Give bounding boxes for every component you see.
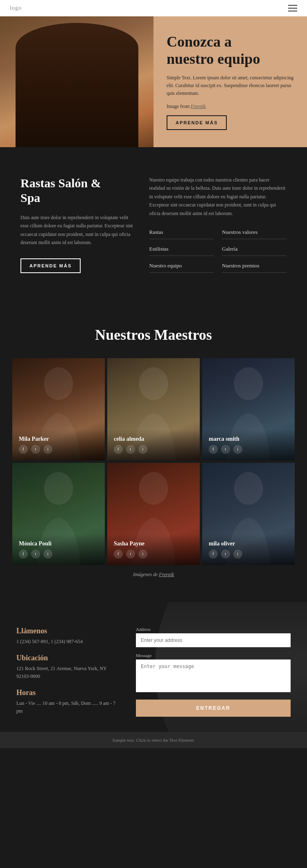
salon-learn-more-button[interactable]: APRENDE MÁS — [20, 258, 81, 273]
twitter-icon[interactable]: t — [126, 445, 135, 454]
message-label: Message — [136, 653, 291, 658]
facebook-icon[interactable]: f — [114, 550, 123, 558]
salon-link-premios[interactable]: Nuestros premios — [222, 262, 287, 273]
footer-text: Sample text. Click to select the Text El… — [113, 738, 195, 742]
maestro-card[interactable]: marca smithfti — [202, 358, 295, 460]
maestro-card[interactable]: celia almedafti — [107, 358, 200, 460]
maestro-name: Sasha Payne — [114, 541, 193, 547]
instagram-icon[interactable]: i — [138, 550, 147, 558]
salon-description-left: Duis aute irure dolor in reprehenderit i… — [20, 213, 133, 247]
facebook-icon[interactable]: f — [209, 550, 218, 558]
salon-link-galeria[interactable]: Galería — [222, 246, 287, 256]
maestros-grid: Mila Parkerfti celia almedafti marca smi… — [12, 358, 295, 565]
hamburger-menu[interactable] — [288, 5, 297, 11]
contact-section: Llámenos 1 (234) 567-891, 1 (234) 987-65… — [0, 602, 307, 732]
hero-image-credit: Image from Freepik — [167, 103, 294, 110]
facebook-icon[interactable]: f — [114, 445, 123, 454]
twitter-icon[interactable]: t — [221, 550, 230, 558]
maestro-name: mila oliver — [209, 541, 288, 547]
facebook-icon[interactable]: f — [209, 445, 218, 454]
hamburger-line-3 — [288, 11, 297, 11]
address-label: Address — [136, 627, 291, 632]
logo: logo — [10, 5, 22, 11]
maestro-card[interactable]: mila oliverfti — [202, 463, 295, 565]
maestros-section: Nuestros Maestros Mila Parkerfti celia a… — [0, 302, 307, 602]
twitter-icon[interactable]: t — [221, 445, 230, 454]
contact-form: Address Message ENTREGAR — [136, 627, 291, 717]
salon-link-equipo[interactable]: Nuestro equipo — [149, 262, 214, 273]
svg-point-3 — [44, 472, 73, 505]
salon-link-estilistas[interactable]: Estilistas — [149, 246, 214, 256]
salon-link-rastas[interactable]: Rastas — [149, 229, 214, 239]
svg-point-4 — [139, 472, 168, 505]
svg-point-1 — [139, 367, 168, 400]
maestro-card[interactable]: Mónica Poulifti — [12, 463, 105, 565]
hamburger-line-2 — [288, 8, 297, 9]
contact-inner: Llámenos 1 (234) 567-891, 1 (234) 987-65… — [0, 627, 307, 724]
svg-point-5 — [234, 472, 263, 505]
twitter-icon[interactable]: t — [126, 550, 135, 558]
salon-description-right: Nuestro equipo trabaja con todos nuestro… — [149, 176, 287, 218]
footer: Sample text. Click to select the Text El… — [0, 732, 307, 748]
salon-right: Nuestro equipo trabaja con todos nuestro… — [149, 176, 287, 273]
address-input[interactable] — [136, 633, 291, 647]
hero-description: Simple Text. Lorem ipsum dolor sit amet,… — [167, 74, 294, 98]
navbar: logo — [0, 0, 307, 16]
salon-link-valores[interactable]: Nuestros valores — [222, 229, 287, 239]
phone-numbers: 1 (234) 567-891, 1 (234) 987-654 — [16, 638, 120, 646]
instagram-icon[interactable]: i — [233, 550, 242, 558]
hours-heading: Horas — [16, 689, 120, 697]
maestro-card[interactable]: Sasha Paynefti — [107, 463, 200, 565]
facebook-icon[interactable]: f — [19, 445, 28, 454]
salon-section: Rastas Salón & Spa Duis aute irure dolor… — [0, 147, 307, 302]
twitter-icon[interactable]: t — [31, 445, 40, 454]
instagram-icon[interactable]: i — [138, 445, 147, 454]
svg-point-2 — [234, 367, 263, 400]
twitter-icon[interactable]: t — [31, 550, 40, 558]
salon-left: Rastas Salón & Spa Duis aute irure dolor… — [20, 176, 133, 273]
hours-text: Lun - Vie .... 10 am - 8 pm, Sáb, Dom ..… — [16, 700, 120, 715]
freepik-maestros-link[interactable]: Freepik — [159, 572, 174, 577]
maestro-card[interactable]: Mila Parkerfti — [12, 358, 105, 460]
location-heading: Ubicación — [16, 654, 120, 662]
maestro-name: Mila Parker — [19, 436, 98, 442]
maestro-name: marca smith — [209, 436, 288, 442]
message-input[interactable] — [136, 659, 291, 692]
contact-info: Llámenos 1 (234) 567-891, 1 (234) 987-65… — [16, 627, 120, 724]
maestro-name: celia almeda — [114, 436, 193, 442]
hero-section: Conozca a nuestro equipo Simple Text. Lo… — [0, 16, 307, 147]
address-text: 121 Rock Street, 21 Avenue, Nueva York, … — [16, 665, 120, 680]
hero-title: Conozca a nuestro equipo — [167, 34, 294, 67]
freepik-credit: Imágenes de Freepik — [12, 572, 295, 578]
maestros-title: Nuestros Maestros — [12, 326, 295, 343]
salon-links-grid: Rastas Nuestros valores Estilistas Galer… — [149, 229, 287, 273]
facebook-icon[interactable]: f — [19, 550, 28, 558]
hero-image — [0, 16, 154, 147]
submit-button[interactable]: ENTREGAR — [136, 700, 291, 717]
hamburger-line-1 — [288, 5, 297, 6]
freepik-link[interactable]: Freepik — [191, 103, 206, 109]
hero-content: Conozca a nuestro equipo Simple Text. Lo… — [154, 16, 307, 147]
instagram-icon[interactable]: i — [233, 445, 242, 454]
instagram-icon[interactable]: i — [43, 550, 52, 558]
phone-heading: Llámenos — [16, 627, 120, 635]
svg-point-0 — [44, 367, 73, 400]
salon-title: Rastas Salón & Spa — [20, 176, 133, 205]
maestro-name: Mónica Pouli — [19, 541, 98, 547]
instagram-icon[interactable]: i — [43, 445, 52, 454]
hero-learn-more-button[interactable]: APRENDE MÁS — [167, 115, 227, 130]
